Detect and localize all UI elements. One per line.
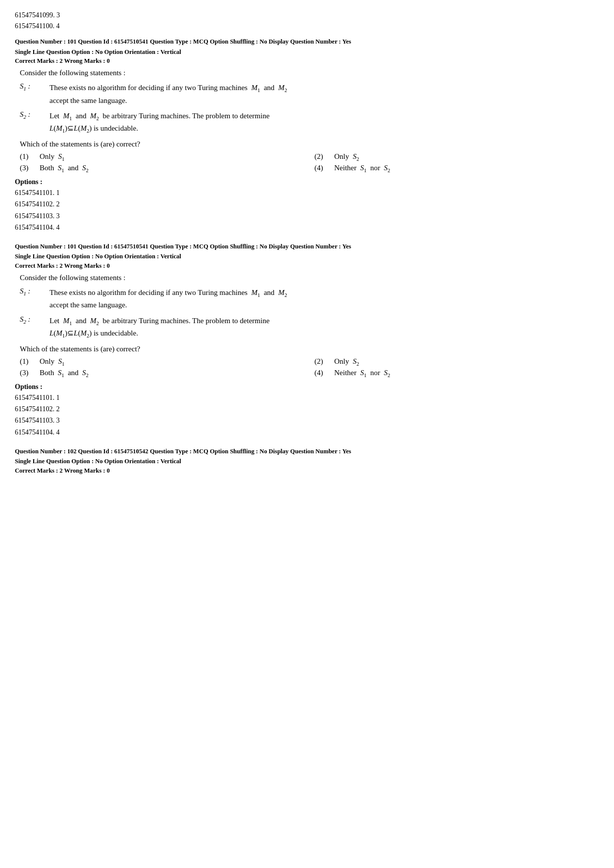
answer-option-4-1b: (4) Neither S1 nor S2 <box>314 369 599 378</box>
answer-option-3-1b: (3) Both S1 and S2 <box>20 369 305 378</box>
options-label-1b: Options : <box>15 383 599 391</box>
stmt-text-s2-1a: Let M1 and M2 be arbitrary Turing machin… <box>50 110 599 136</box>
question-meta-2a: Single Line Question Option : No Option … <box>15 48 599 57</box>
opt-text-3-1b: Both S1 and S2 <box>40 369 89 378</box>
question-meta-1a: Question Number : 101 Question Id : 6154… <box>15 37 599 47</box>
question-body-1a: Consider the following statements : S1 :… <box>20 69 599 173</box>
opt-num-2-1b: (2) <box>314 357 328 366</box>
opt-num-1-1b: (1) <box>20 357 34 366</box>
opt-code-4-1a: 61547541104. 4 <box>15 222 599 233</box>
opt-num-3-1b: (3) <box>20 369 34 377</box>
marks-line-1a: Correct Marks : 2 Wrong Marks : 0 <box>15 57 599 65</box>
answer-option-3-1a: (3) Both S1 and S2 <box>20 164 305 173</box>
statement-s1-1a: S1 : These exists no algorithm for decid… <box>20 82 599 106</box>
opt-code-3-1b: 61547541103. 3 <box>15 415 599 426</box>
option-codes-1a: 61547541101. 1 61547541102. 2 6154754110… <box>15 187 599 233</box>
statement-s1-1b: S1 : These exists no algorithm for decid… <box>20 287 599 311</box>
statement-s2-1b: S2 : Let M1 and M2 be arbitrary Turing m… <box>20 315 599 340</box>
question-meta-1b: Question Number : 101 Question Id : 6154… <box>15 242 599 251</box>
opt-text-2-1a: Only S2 <box>334 152 359 162</box>
opt-text-1-1b: Only S1 <box>40 357 64 367</box>
stmt-text-s1-1a: These exists no algorithm for deciding i… <box>50 82 599 106</box>
top-codes-section: 61547541099. 3 61547541100. 4 <box>15 10 599 32</box>
answer-option-2-1a: (2) Only S2 <box>314 152 599 162</box>
opt-code-4-1b: 61547541104. 4 <box>15 427 599 438</box>
question-block-101a: Question Number : 101 Question Id : 6154… <box>15 37 599 233</box>
answer-option-2-1b: (2) Only S2 <box>314 357 599 367</box>
which-stmt-1b: Which of the statements is (are) correct… <box>20 345 599 353</box>
opt-num-1-1a: (1) <box>20 152 34 161</box>
answer-option-4-1a: (4) Neither S1 nor S2 <box>314 164 599 173</box>
opt-num-4-1a: (4) <box>314 164 328 172</box>
stmt-label-s2-1a: S2 : <box>20 110 50 120</box>
top-code-2: 61547541100. 4 <box>15 21 599 32</box>
top-code-1: 61547541099. 3 <box>15 10 599 21</box>
opt-code-3-1a: 61547541103. 3 <box>15 210 599 222</box>
question-meta-102-1: Question Number : 102 Question Id : 6154… <box>15 447 599 456</box>
consider-text-1b: Consider the following statements : <box>20 274 599 282</box>
stmt-text-s2-1b: Let M1 and M2 be arbitrary Turing machin… <box>50 315 599 340</box>
opt-text-1-1a: Only S1 <box>40 152 64 162</box>
answer-options-grid-1a: (1) Only S1 (2) Only S2 (3) Both S1 and … <box>20 152 599 173</box>
question-body-1b: Consider the following statements : S1 :… <box>20 274 599 378</box>
answer-option-1-1b: (1) Only S1 <box>20 357 305 367</box>
opt-text-3-1a: Both S1 and S2 <box>40 164 89 173</box>
question-meta-102-2: Single Line Question Option : No Option … <box>15 457 599 466</box>
opt-text-4-1a: Neither S1 nor S2 <box>334 164 390 173</box>
marks-line-102: Correct Marks : 2 Wrong Marks : 0 <box>15 467 599 475</box>
opt-text-2-1b: Only S2 <box>334 357 359 367</box>
stmt-label-s1-1a: S1 : <box>20 82 50 92</box>
opt-num-4-1b: (4) <box>314 369 328 377</box>
stmt-label-s1-1b: S1 : <box>20 287 50 296</box>
consider-text-1a: Consider the following statements : <box>20 69 599 77</box>
opt-num-2-1a: (2) <box>314 152 328 161</box>
question-block-101b: Question Number : 101 Question Id : 6154… <box>15 242 599 438</box>
answer-option-1-1a: (1) Only S1 <box>20 152 305 162</box>
opt-text-4-1b: Neither S1 nor S2 <box>334 369 390 378</box>
option-codes-1b: 61547541101. 1 61547541102. 2 6154754110… <box>15 392 599 437</box>
opt-code-2-1b: 61547541102. 2 <box>15 403 599 415</box>
opt-code-1-1a: 61547541101. 1 <box>15 187 599 198</box>
options-label-1a: Options : <box>15 178 599 186</box>
opt-num-3-1a: (3) <box>20 164 34 172</box>
statement-s2-1a: S2 : Let M1 and M2 be arbitrary Turing m… <box>20 110 599 136</box>
marks-line-1b: Correct Marks : 2 Wrong Marks : 0 <box>15 262 599 270</box>
stmt-label-s2-1b: S2 : <box>20 315 50 325</box>
stmt-text-s1-1b: These exists no algorithm for deciding i… <box>50 287 599 311</box>
opt-code-1-1b: 61547541101. 1 <box>15 392 599 403</box>
answer-options-grid-1b: (1) Only S1 (2) Only S2 (3) Both S1 and … <box>20 357 599 378</box>
question-meta-2b: Single Line Question Option : No Option … <box>15 252 599 261</box>
which-stmt-1a: Which of the statements is (are) correct… <box>20 140 599 148</box>
question-block-102: Question Number : 102 Question Id : 6154… <box>15 447 599 475</box>
opt-code-2-1a: 61547541102. 2 <box>15 198 599 210</box>
